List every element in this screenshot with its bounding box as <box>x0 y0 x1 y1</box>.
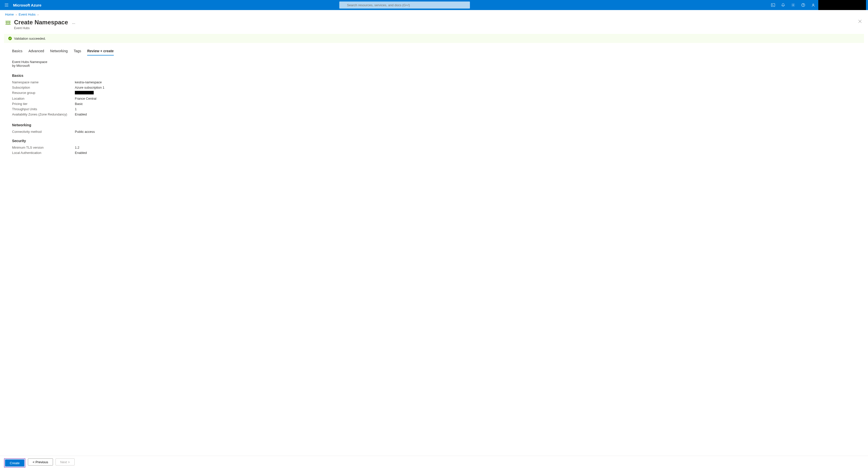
label-local-auth: Local Authentication <box>12 151 75 155</box>
section-heading-networking: Networking <box>12 123 856 127</box>
value-min-tls: 1.2 <box>75 146 80 149</box>
tab-networking[interactable]: Networking <box>50 49 68 56</box>
label-min-tls: Minimum TLS version <box>12 146 75 149</box>
value-throughput-units: 1 <box>75 107 76 111</box>
hamburger-menu-button[interactable] <box>2 0 11 9</box>
svg-rect-13 <box>5 24 10 25</box>
validation-banner: Validation succeeded. <box>4 34 864 43</box>
search-container <box>41 1 768 8</box>
settings-button[interactable] <box>788 0 798 10</box>
value-local-auth: Enabled <box>75 151 87 155</box>
page-title: Create Namespace <box>14 19 68 26</box>
svg-rect-11 <box>5 21 10 22</box>
row-throughput-units: Throughput Units 1 <box>12 106 856 112</box>
tab-basics[interactable]: Basics <box>12 49 22 56</box>
cloud-shell-icon <box>771 3 775 7</box>
meta-line1: Event Hubs Namespace <box>12 60 856 64</box>
close-button[interactable] <box>858 19 862 23</box>
label-availability-zones: Availability Zones (Zone Redundancy) <box>12 113 75 116</box>
help-button[interactable] <box>798 0 808 10</box>
bell-icon <box>781 3 785 7</box>
page-header: Create Namespace ··· Event Hubs <box>0 18 868 32</box>
top-header: Microsoft Azure <box>0 0 868 10</box>
content-area: Event Hubs Namespace by Microsoft Basics… <box>0 56 868 181</box>
page-subtitle: Event Hubs <box>14 26 863 30</box>
row-min-tls: Minimum TLS version 1.2 <box>12 145 856 150</box>
chevron-right-icon: › <box>38 13 39 16</box>
value-namespace-name: kestra-namespace <box>75 80 102 84</box>
breadcrumb: Home › Event Hubs › <box>0 10 868 18</box>
row-connectivity: Connectivity method Public access <box>12 129 856 134</box>
label-throughput-units: Throughput Units <box>12 107 75 111</box>
meta-line2: by Microsoft <box>12 64 856 67</box>
tab-tags[interactable]: Tags <box>74 49 82 56</box>
row-location: Location France Central <box>12 96 856 101</box>
value-pricing-tier: Basic <box>75 102 83 106</box>
row-subscription: Subscription Azure subscription 1 <box>12 85 856 90</box>
search-input[interactable] <box>339 1 470 8</box>
row-resource-group: Resource group <box>12 90 856 96</box>
tabs: Basics Advanced Networking Tags Review +… <box>0 43 868 56</box>
value-availability-zones: Enabled <box>75 113 87 116</box>
account-button[interactable] <box>818 0 866 10</box>
feedback-icon <box>811 3 815 7</box>
tab-advanced[interactable]: Advanced <box>28 49 44 56</box>
label-location: Location <box>12 97 75 100</box>
value-connectivity: Public access <box>75 130 95 133</box>
header-icons <box>768 0 866 10</box>
label-namespace-name: Namespace name <box>12 80 75 84</box>
breadcrumb-home[interactable]: Home <box>5 12 14 16</box>
validation-message: Validation succeeded. <box>14 37 46 40</box>
close-icon <box>858 19 862 23</box>
svg-rect-5 <box>771 3 775 6</box>
value-location: France Central <box>75 97 96 100</box>
tab-review-create[interactable]: Review + create <box>87 49 114 56</box>
label-pricing-tier: Pricing tier <box>12 102 75 106</box>
row-local-auth: Local Authentication Enabled <box>12 150 856 155</box>
help-icon <box>801 3 805 7</box>
breadcrumb-event-hubs[interactable]: Event Hubs <box>19 12 35 16</box>
chevron-right-icon: › <box>16 13 17 16</box>
label-connectivity: Connectivity method <box>12 130 75 133</box>
value-subscription: Azure subscription 1 <box>75 86 104 89</box>
hamburger-icon <box>4 3 8 7</box>
cloud-shell-button[interactable] <box>768 0 778 10</box>
event-hubs-icon <box>5 20 11 26</box>
svg-rect-12 <box>5 22 10 23</box>
svg-point-10 <box>813 4 814 5</box>
svg-rect-15 <box>9 21 9 25</box>
value-resource-group <box>75 91 94 95</box>
row-availability-zones: Availability Zones (Zone Redundancy) Ena… <box>12 112 856 117</box>
svg-rect-14 <box>6 21 7 25</box>
gear-icon <box>791 3 795 7</box>
row-pricing-tier: Pricing tier Basic <box>12 101 856 106</box>
notifications-button[interactable] <box>778 0 788 10</box>
section-heading-basics: Basics <box>12 73 856 77</box>
brand-title[interactable]: Microsoft Azure <box>13 3 41 7</box>
section-heading-security: Security <box>12 139 856 143</box>
namespace-meta: Event Hubs Namespace by Microsoft <box>12 60 856 67</box>
redacted-value <box>75 91 94 94</box>
label-resource-group: Resource group <box>12 91 75 95</box>
feedback-button[interactable] <box>808 0 818 10</box>
row-namespace-name: Namespace name kestra-namespace <box>12 80 856 85</box>
check-circle-icon <box>8 36 12 40</box>
label-subscription: Subscription <box>12 86 75 89</box>
more-options-button[interactable]: ··· <box>72 21 75 26</box>
svg-point-7 <box>793 4 794 5</box>
